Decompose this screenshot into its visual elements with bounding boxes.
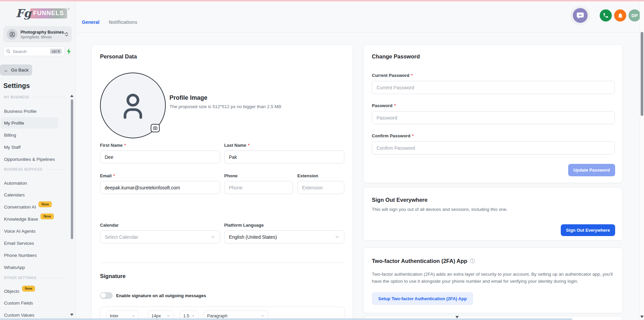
new-badge: New: [22, 286, 35, 291]
page-scrollbar-thumb[interactable]: [641, 32, 643, 116]
nav-section-other-settings: OTHER SETTINGS: [4, 276, 65, 280]
sidebar-item-label: Custom Values: [4, 313, 35, 318]
chevron-down-icon: [210, 234, 215, 239]
sidebar-item-conversation-ai[interactable]: Conversation AINew: [1, 201, 58, 213]
confirm-password-label: Confirm Password*: [372, 133, 414, 138]
calendar-select[interactable]: Select Calendar: [100, 230, 220, 243]
required-asterisk: *: [113, 174, 115, 178]
password-label: Password*: [372, 103, 396, 108]
person-icon: [114, 87, 152, 124]
first-name-label: First Name*: [100, 143, 126, 148]
platform-language-select[interactable]: English (United States): [224, 230, 344, 243]
sidebar-item-business-profile[interactable]: Business Profile: [1, 105, 58, 117]
update-password-button[interactable]: Update Password: [568, 164, 615, 176]
nav-section-label: BUSINESS SERVICES: [4, 168, 43, 171]
sidebar-scrollbar-thumb[interactable]: [71, 99, 73, 239]
sidebar-item-objects[interactable]: ObjectsNew: [1, 285, 58, 297]
chat-bubble-icon: [576, 11, 585, 20]
sidebar-item-my-profile[interactable]: My Profile: [1, 117, 58, 129]
change-password-title: Change Password: [372, 53, 420, 60]
tab-notifications[interactable]: Notifications: [109, 19, 137, 30]
sidebar-item-phone-numbers[interactable]: Phone Numbers: [1, 249, 58, 261]
last-name-input[interactable]: [224, 150, 344, 164]
nav-section-label: MY BUSINESS: [4, 95, 29, 99]
signature-toggle-label: Enable signature on all outgoing message…: [116, 293, 206, 298]
camera-icon[interactable]: [151, 124, 160, 132]
sidebar-item-calendars[interactable]: Calendars: [1, 189, 58, 200]
confirm-password-input[interactable]: [372, 141, 615, 154]
notifications-bell-icon: [617, 12, 624, 19]
sidebar-scroll-down-arrow[interactable]: [70, 314, 73, 316]
sidebar-item-label: Conversation AI: [4, 204, 36, 210]
new-badge: New: [41, 214, 54, 219]
required-asterisk: *: [248, 143, 250, 148]
phone-button[interactable]: [600, 9, 612, 21]
sidebar-item-label: Calendars: [4, 192, 25, 197]
tab-bar: General Notifications: [82, 19, 137, 30]
logo-script-fg: Fg: [16, 7, 32, 20]
password-input[interactable]: [372, 111, 615, 124]
app-root: Fg FUNNELS ® Photography Busines... Spri…: [0, 0, 644, 320]
two-factor-card: Two-factor Authentication (2FA) App ⓘ Tw…: [363, 247, 623, 313]
user-avatar[interactable]: DP: [629, 9, 641, 21]
chevron-down-icon: [260, 314, 265, 318]
sidebar-item-billing[interactable]: Billing: [1, 129, 58, 141]
sidebar-item-label: Billing: [4, 133, 16, 138]
sidebar-item-label: Voice AI Agents: [4, 229, 36, 234]
nav-section-divider: [40, 278, 65, 278]
sidebar-item-label: My Staff: [4, 145, 20, 150]
setup-two-factor-button[interactable]: Setup Two-factor Authentication (2FA) Ap…: [372, 292, 473, 305]
sign-out-title: Sign Out Everywhere: [372, 197, 428, 203]
nav-section-label: OTHER SETTINGS: [4, 276, 36, 280]
nav-section-my-business: MY BUSINESS: [4, 95, 65, 99]
last-name-label: Last Name*: [224, 143, 249, 148]
sidebar-item-label: Phone Numbers: [4, 253, 37, 258]
sidebar-item-email-services[interactable]: Email Services: [1, 237, 58, 249]
current-password-label: Current Password*: [372, 73, 413, 78]
sidebar-item-label: Custom Fields: [4, 301, 33, 306]
sidebar-item-my-staff[interactable]: My Staff: [1, 141, 58, 153]
signature-toggle[interactable]: [100, 292, 113, 299]
support-chat-button[interactable]: [573, 8, 588, 23]
sidebar-item-opportunities-pipelines[interactable]: Opportunities & Pipelines: [1, 153, 58, 165]
notifications-button[interactable]: [614, 9, 626, 21]
two-factor-description: Two-factor authentication (2FA) adds an …: [372, 271, 615, 285]
info-icon[interactable]: ⓘ: [470, 258, 475, 264]
tab-general[interactable]: General: [82, 19, 99, 30]
chevron-down-icon: [166, 314, 170, 318]
extension-label: Extension: [297, 173, 318, 178]
sidebar-item-label: WhatsApp: [4, 265, 25, 270]
current-password-input[interactable]: [372, 81, 615, 94]
sidebar-scroll-up-arrow[interactable]: [70, 95, 73, 97]
first-name-input[interactable]: [100, 150, 220, 164]
chevron-down-icon: [335, 234, 340, 239]
required-asterisk: *: [124, 143, 126, 148]
sidebar-item-label: Automation: [4, 181, 27, 186]
profile-image-heading: Profile Image: [169, 94, 207, 101]
platform-language-label: Platform Language: [224, 223, 264, 228]
nav-section-divider: [33, 97, 65, 97]
scroll-down-caret-icon[interactable]: [455, 316, 459, 318]
sidebar-item-automation[interactable]: Automation: [1, 177, 58, 189]
sidebar-item-voice-ai-agents[interactable]: Voice AI Agents: [1, 225, 58, 237]
required-asterisk: *: [411, 73, 413, 78]
page-scroll-down-arrow[interactable]: [640, 316, 644, 318]
email-input[interactable]: [100, 181, 220, 194]
required-asterisk: *: [412, 134, 414, 138]
sidebar: Fg FUNNELS ® Photography Busines... Spri…: [0, 1, 76, 320]
nav-section-divider: [47, 169, 65, 170]
sidebar-item-custom-fields[interactable]: Custom Fields: [1, 297, 58, 309]
sidebar-item-whatsapp[interactable]: WhatsApp: [1, 262, 58, 273]
sign-out-everywhere-button[interactable]: Sign Out Everywhere: [561, 224, 615, 236]
calendar-label: Calendar: [100, 223, 119, 228]
bottom-scroll-strip[interactable]: [0, 318, 572, 320]
sidebar-item-knowledge-base[interactable]: Knowledge BaseNew: [1, 213, 58, 225]
sidebar-item-label: Opportunities & Pipelines: [4, 157, 55, 162]
sidebar-item-label: Objects: [4, 289, 19, 294]
change-password-card: Change Password Current Password* Passwo…: [363, 44, 623, 183]
personal-data-title: Personal Data: [100, 53, 137, 60]
phone-input[interactable]: [224, 181, 293, 194]
sidebar-item-label: My Profile: [4, 121, 24, 126]
two-factor-title-row: Two-factor Authentication (2FA) App ⓘ: [372, 258, 475, 264]
extension-input[interactable]: [297, 181, 344, 194]
